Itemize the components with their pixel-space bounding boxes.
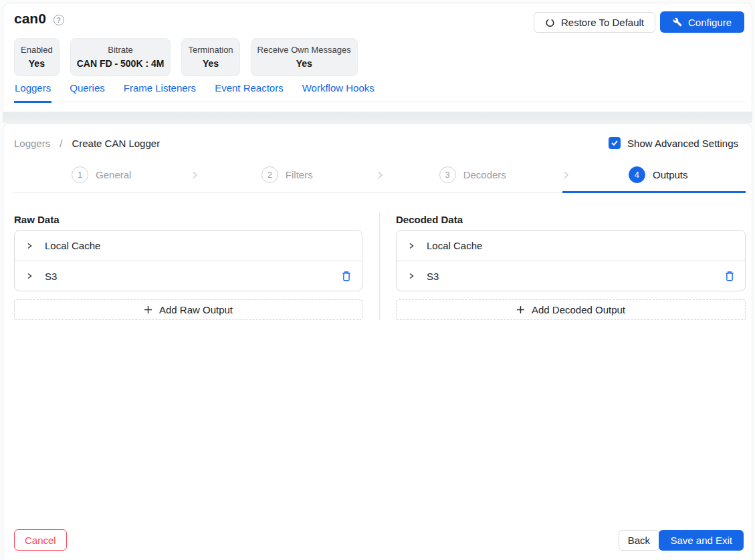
add-decoded-output-button[interactable]: Add Decoded Output bbox=[396, 299, 746, 320]
help-icon[interactable]: ? bbox=[53, 15, 64, 25]
tab-loggers[interactable]: Loggers bbox=[14, 80, 51, 103]
decoded-data-title: Decoded Data bbox=[396, 214, 463, 225]
page-title: can0 bbox=[14, 11, 46, 27]
breadcrumb-loggers[interactable]: Loggers bbox=[14, 138, 50, 149]
decoded-output-local-cache-row[interactable]: Local Cache bbox=[397, 231, 745, 261]
step-number: 3 bbox=[439, 166, 456, 183]
trash-icon bbox=[725, 271, 734, 281]
add-raw-output-button[interactable]: Add Raw Output bbox=[14, 299, 362, 320]
chevron-right-icon bbox=[189, 170, 200, 180]
add-decoded-output-label: Add Decoded Output bbox=[532, 304, 625, 315]
step-outputs[interactable]: 4 Outputs bbox=[571, 166, 746, 183]
chevron-right-icon bbox=[560, 170, 571, 180]
step-number: 4 bbox=[629, 166, 645, 183]
badge-bitrate: Bitrate CAN FD - 500K : 4M bbox=[70, 38, 171, 76]
wrench-icon bbox=[673, 17, 682, 27]
wizard-stepper: 1 General 2 Filters 3 Decoders 4 Outputs bbox=[14, 166, 746, 183]
chevron-right-icon[interactable] bbox=[407, 242, 415, 250]
decoded-output-s3-row[interactable]: S3 bbox=[397, 261, 745, 291]
trash-icon bbox=[342, 271, 351, 281]
tab-event-reactors[interactable]: Event Reactors bbox=[214, 80, 284, 102]
tab-frame-listeners[interactable]: Frame Listeners bbox=[123, 80, 197, 102]
plus-icon bbox=[144, 305, 152, 314]
back-button[interactable]: Back bbox=[619, 530, 659, 551]
step-label: Filters bbox=[286, 169, 313, 180]
stepper-active-indicator bbox=[562, 191, 746, 193]
chevron-right-icon[interactable] bbox=[407, 272, 415, 280]
configure-button[interactable]: Configure bbox=[660, 11, 744, 33]
wizard-card: Loggers / Create CAN Logger Show Advance… bbox=[3, 123, 752, 560]
step-label: General bbox=[96, 169, 131, 180]
badge-value: Yes bbox=[21, 57, 53, 70]
tab-workflow-hooks[interactable]: Workflow Hooks bbox=[302, 80, 375, 102]
breadcrumb-current: Create CAN Logger bbox=[72, 138, 160, 149]
step-number: 2 bbox=[261, 166, 278, 183]
advanced-settings-checkbox[interactable] bbox=[609, 137, 621, 149]
title-row: can0 ? bbox=[14, 11, 64, 27]
row-label: Local Cache bbox=[427, 240, 482, 251]
tab-bar: Loggers Queries Frame Listeners Event Re… bbox=[14, 80, 746, 102]
decoded-output-list: Local Cache S3 bbox=[396, 230, 746, 291]
breadcrumb: Loggers / Create CAN Logger bbox=[14, 138, 160, 149]
section-divider-band bbox=[3, 112, 752, 123]
badge-enabled: Enabled Yes bbox=[14, 38, 60, 76]
restore-icon bbox=[545, 17, 555, 27]
raw-output-local-cache-row[interactable]: Local Cache bbox=[15, 231, 362, 261]
raw-data-title: Raw Data bbox=[14, 214, 60, 225]
step-general[interactable]: 1 General bbox=[14, 166, 189, 183]
chevron-right-icon[interactable] bbox=[25, 272, 33, 280]
row-label: Local Cache bbox=[45, 240, 100, 251]
badge-value: CAN FD - 500K : 4M bbox=[77, 57, 165, 70]
step-number: 1 bbox=[72, 166, 88, 183]
device-header-card: can0 ? Restore To Default Configure Enab… bbox=[3, 3, 752, 112]
badge-label: Enabled bbox=[21, 44, 53, 56]
add-raw-output-label: Add Raw Output bbox=[159, 304, 233, 315]
tab-queries[interactable]: Queries bbox=[69, 80, 106, 102]
show-advanced-settings-toggle[interactable]: Show Advanced Settings bbox=[609, 137, 738, 149]
column-divider bbox=[379, 213, 380, 320]
chevron-right-icon[interactable] bbox=[25, 242, 33, 250]
badge-termination: Termination Yes bbox=[181, 38, 239, 76]
badge-label: Receive Own Messages bbox=[257, 44, 351, 56]
step-label: Decoders bbox=[463, 169, 506, 180]
row-label: S3 bbox=[45, 271, 57, 282]
step-filters[interactable]: 2 Filters bbox=[200, 166, 375, 183]
badge-value: Yes bbox=[188, 57, 233, 70]
configure-label: Configure bbox=[688, 17, 732, 28]
badge-label: Termination bbox=[188, 44, 233, 56]
badge-label: Bitrate bbox=[77, 44, 165, 56]
step-label: Outputs bbox=[653, 169, 688, 180]
chevron-right-icon bbox=[374, 170, 385, 180]
delete-decoded-s3-button[interactable] bbox=[725, 271, 734, 281]
badge-value: Yes bbox=[257, 57, 351, 70]
breadcrumb-separator: / bbox=[60, 138, 62, 149]
raw-output-list: Local Cache S3 bbox=[14, 230, 362, 291]
row-label: S3 bbox=[427, 271, 439, 282]
restore-label: Restore To Default bbox=[561, 17, 644, 28]
status-badges: Enabled Yes Bitrate CAN FD - 500K : 4M T… bbox=[14, 38, 358, 76]
advanced-settings-label: Show Advanced Settings bbox=[627, 138, 738, 149]
step-decoders[interactable]: 3 Decoders bbox=[385, 166, 560, 183]
badge-receive-own-messages: Receive Own Messages Yes bbox=[251, 38, 358, 76]
cancel-button[interactable]: Cancel bbox=[14, 529, 67, 551]
save-and-exit-button[interactable]: Save and Exit bbox=[659, 530, 744, 551]
restore-to-default-button[interactable]: Restore To Default bbox=[534, 12, 655, 33]
plus-icon bbox=[516, 305, 525, 314]
raw-output-s3-row[interactable]: S3 bbox=[15, 261, 362, 291]
delete-raw-s3-button[interactable] bbox=[342, 271, 351, 281]
